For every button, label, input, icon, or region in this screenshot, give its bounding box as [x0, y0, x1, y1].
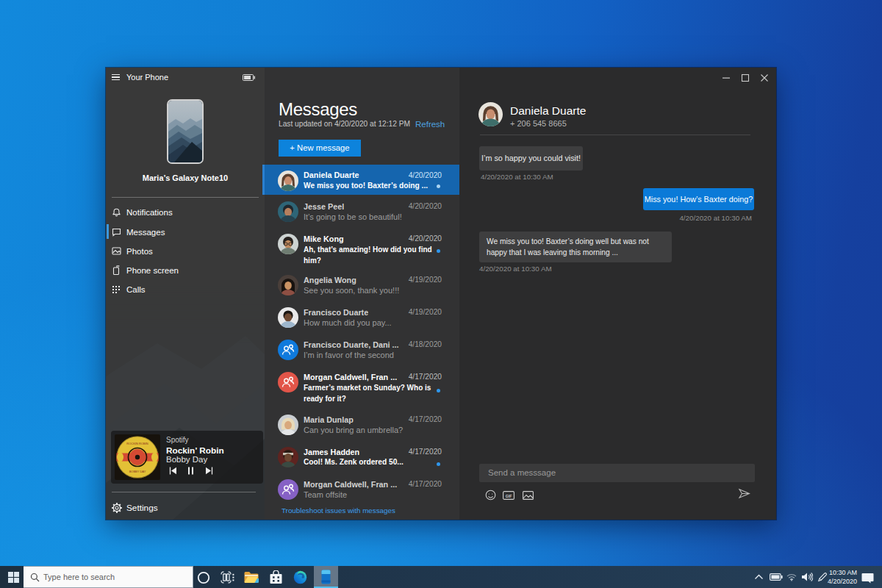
svg-text:GIF: GIF [506, 494, 512, 498]
svg-text:ROCKIN ROBIN: ROCKIN ROBIN [126, 442, 148, 445]
svg-text:BOBBY DAY: BOBBY DAY [129, 470, 146, 473]
